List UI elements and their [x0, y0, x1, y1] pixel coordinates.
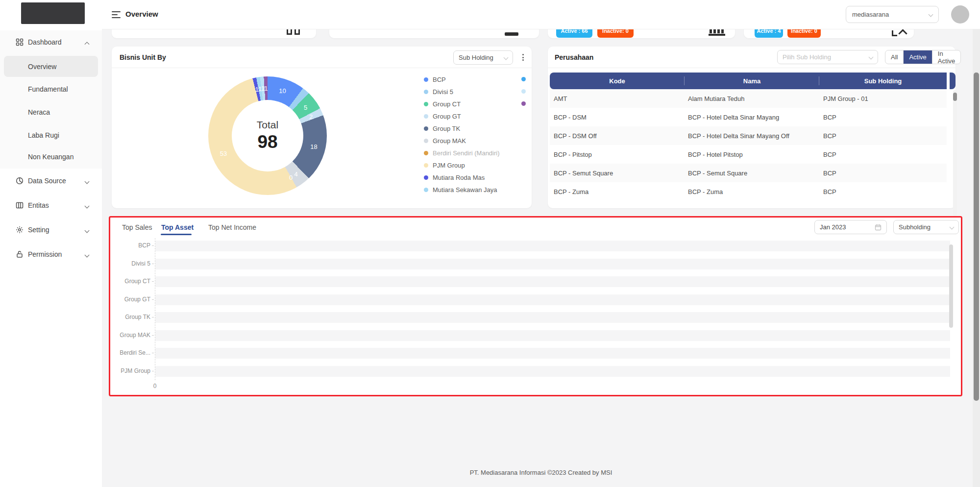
legend-item[interactable]: BCP	[424, 76, 446, 83]
filter-active-button[interactable]: Active	[903, 50, 931, 64]
legend-item[interactable]: Mutiara Roda Mas	[424, 174, 485, 181]
tab-top-sales[interactable]: Top Sales	[122, 223, 152, 231]
sidebar: Dashboard Overview Fundamental Neraca La…	[0, 0, 102, 487]
bar-band	[155, 241, 950, 251]
calendar-icon	[875, 224, 882, 231]
gear-icon	[16, 226, 24, 234]
pilih-subholding-select[interactable]: Pilih Sub Holding	[777, 50, 878, 64]
bar-band	[155, 348, 950, 359]
filter-inactive-button[interactable]: In Active	[932, 50, 960, 64]
column-header-nama: Nama	[685, 73, 819, 89]
sidebar-item-label: Entitas	[28, 201, 49, 209]
slice-value-label: 10	[279, 87, 286, 94]
table-scrollbar[interactable]	[953, 90, 957, 217]
app-logo	[21, 2, 85, 24]
bank-icon	[713, 29, 716, 33]
bar-row: BCP	[110, 241, 954, 251]
kebab-menu-icon[interactable]	[519, 52, 526, 63]
legend-item[interactable]: Group MAK	[424, 137, 466, 145]
organization-select-value: mediasarana	[852, 11, 889, 18]
bar-band	[155, 276, 950, 287]
sidebar-item-non-keuangan[interactable]: Non Keuangan	[28, 153, 74, 161]
chevron-up-icon	[85, 38, 89, 47]
legend-item[interactable]: Mutiara Sekawan Jaya	[424, 186, 497, 194]
column-header-subholding: Sub Holding	[819, 73, 947, 89]
organization-select[interactable]: mediasarana	[846, 6, 939, 23]
sidebar-item-dashboard[interactable]: Dashboard	[0, 36, 102, 49]
filter-all-button[interactable]: All	[885, 50, 903, 64]
select-placeholder: Pilih Sub Holding	[783, 53, 831, 61]
legend-dot	[424, 175, 428, 180]
tab-top-net-income[interactable]: Top Net Income	[208, 223, 256, 231]
table-row: AMTAlam Mutiara TeduhPJM Group - 01	[550, 89, 947, 108]
dashboard-group-panel	[0, 30, 102, 169]
chevron-down-icon	[85, 225, 89, 234]
page-scrollbar-thumb[interactable]	[974, 73, 979, 401]
slice-value-label: 2	[309, 113, 313, 120]
month-picker[interactable]: Jan 2023	[814, 220, 887, 234]
legend-item[interactable]: Group GT	[424, 113, 461, 120]
legend-dot	[424, 151, 428, 155]
legend-item[interactable]: Group TK	[424, 125, 460, 132]
avatar[interactable]	[951, 5, 969, 24]
lock-icon	[16, 250, 24, 259]
chart-scrollbar-thumb[interactable]	[949, 244, 953, 328]
bar-row: Group MAK	[110, 330, 954, 341]
bank-icon	[721, 29, 724, 33]
legend-item[interactable]: Divisi 5	[424, 88, 453, 96]
divider	[548, 68, 956, 68]
sidebar-item-fundamental[interactable]: Fundamental	[28, 85, 68, 93]
top-metrics-section: Top Sales Top Asset Top Net Income Jan 2…	[109, 216, 962, 396]
table-scrollbar-thumb[interactable]	[953, 93, 957, 101]
card-title: Perusahaan	[555, 53, 593, 61]
chevron-down-icon	[504, 55, 509, 60]
person-icon	[892, 30, 897, 36]
sidebar-item-permission[interactable]: Permission	[0, 248, 102, 261]
sidebar-item-entitas[interactable]: Entitas	[0, 199, 102, 212]
dashboard-screen: Active : 66 Inactive: 0 Active : 4 Inact…	[0, 0, 980, 487]
legend-item[interactable]: Group CT	[424, 100, 461, 108]
divider	[112, 68, 532, 68]
slice-value-label: 4	[294, 170, 297, 177]
x-axis-tick: 0	[145, 383, 165, 390]
legend-dot	[424, 102, 428, 106]
sidebar-item-label: Setting	[28, 226, 49, 234]
chevron-down-icon	[85, 201, 89, 210]
sidebar-item-setting[interactable]: Setting	[0, 223, 102, 236]
legend-item[interactable]: Berdiri Sendiri (Mandiri)	[424, 149, 500, 157]
legend-dot[interactable]	[521, 77, 526, 81]
card-title: Bisnis Unit By	[120, 53, 166, 61]
bar-band	[155, 294, 950, 305]
sidebar-item-overview-label[interactable]: Overview	[28, 63, 56, 71]
legend-dot	[424, 77, 428, 82]
subholding-group-value: Subholding	[899, 223, 931, 231]
chevron-down-icon	[929, 12, 933, 17]
table-row: BCP - PitstopBCP - Hotel PitstopBCP	[550, 145, 947, 164]
tab-top-asset[interactable]: Top Asset	[161, 223, 194, 231]
grid-icon	[16, 38, 24, 47]
subholding-filter-select[interactable]: Sub Holding	[453, 50, 513, 65]
donut-chart: Total 98 10521840531111	[208, 76, 327, 195]
sidebar-item-data-source[interactable]: Data Source	[0, 174, 102, 187]
sidebar-item-laba-rugi[interactable]: Laba Rugi	[28, 131, 59, 139]
building-icon	[294, 29, 300, 35]
status-segmented-control: All Active In Active	[885, 50, 961, 64]
legend-item[interactable]: PJM Group	[424, 162, 465, 169]
sidebar-item-label: Dashboard	[28, 38, 62, 46]
table-row: BCP - ZumaBCP - ZumaBCP	[550, 182, 947, 201]
legend-dot[interactable]	[521, 89, 526, 94]
donut-center: Total 98	[232, 100, 303, 171]
bank-icon	[710, 29, 712, 33]
slice-value-label: 18	[310, 143, 317, 150]
top-bar: Overview mediasarana	[102, 0, 980, 29]
sidebar-item-neraca[interactable]: Neraca	[28, 108, 50, 116]
page-scrollbar[interactable]	[973, 29, 980, 487]
legend-dot[interactable]	[521, 101, 526, 106]
subholding-group-select[interactable]: Subholding	[893, 220, 959, 234]
bar-row: Group GT	[110, 294, 954, 305]
sidebar-toggle-icon[interactable]	[112, 11, 121, 19]
person-icon	[898, 29, 907, 38]
legend-dot	[424, 114, 428, 119]
chevron-down-icon	[85, 176, 89, 185]
chevron-down-icon	[950, 225, 955, 230]
